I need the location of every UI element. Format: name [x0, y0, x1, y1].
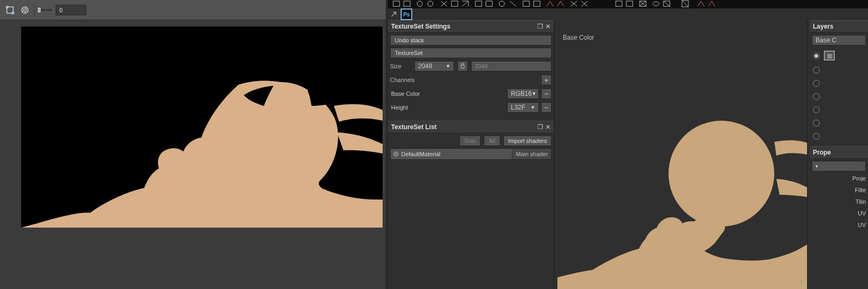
undo-stack-button[interactable]: Undo stack — [390, 35, 552, 46]
channel-format-select[interactable]: L32F ▼ — [507, 102, 539, 113]
all-button[interactable]: All — [484, 136, 500, 146]
size-select[interactable]: 2048 ▼ — [414, 61, 454, 71]
straighten-slider[interactable] — [38, 9, 52, 11]
channel-name: Base Color — [390, 91, 505, 97]
secondary-bar: Ps — [388, 8, 868, 20]
svg-rect-13 — [523, 1, 529, 6]
layer-radio-5[interactable] — [813, 106, 820, 113]
size-linked-input[interactable] — [471, 61, 552, 71]
layers-panel-header[interactable]: Layers — [810, 20, 868, 33]
channel-name: Height — [390, 104, 505, 111]
property-row: UV — [812, 220, 866, 230]
import-shaders-button[interactable]: Import shaders — [503, 136, 552, 146]
chevron-down-icon: ▼ — [530, 105, 535, 110]
photoshop-window — [0, 0, 386, 289]
svg-rect-16 — [626, 1, 633, 6]
substance-window: Ps TextureSet Settings ❐ ✕ Undo stack Te… — [388, 0, 868, 289]
channel-format-select[interactable]: RGB16 ▼ — [507, 88, 539, 99]
channel-row: Height L32F ▼ − — [390, 102, 552, 113]
svg-rect-19 — [461, 65, 464, 68]
layer-radio-4[interactable] — [813, 93, 820, 100]
layer-radio-2[interactable] — [813, 67, 820, 74]
slider-value-input[interactable] — [56, 5, 86, 15]
svg-rect-15 — [616, 1, 622, 6]
panel-title: TextureSet Settings — [391, 23, 450, 30]
undock-icon[interactable]: ❐ — [537, 23, 543, 30]
panel-header[interactable]: TextureSet List ❐ ✕ — [388, 121, 554, 133]
left-canvas-area — [0, 20, 386, 289]
crop-icon[interactable] — [4, 4, 16, 16]
layers-properties-column: Layers Base C ▥ Prope ▾ Proje — [810, 20, 868, 289]
layer-radio-7[interactable] — [813, 133, 820, 140]
add-channel-button[interactable]: + — [541, 75, 552, 85]
photoshop-logo-icon[interactable]: Ps — [401, 8, 412, 20]
textureset-list-panel: TextureSet List ❐ ✕ Solo All Import shad… — [388, 121, 554, 163]
channels-header: Channels + — [390, 74, 552, 86]
material-shader[interactable]: Main shader — [512, 149, 551, 159]
channel-row: Base Color RGB16 ▼ − — [390, 88, 552, 100]
svg-point-20 — [669, 121, 775, 227]
viewport-2d[interactable] — [557, 20, 807, 289]
popout-icon[interactable] — [390, 11, 397, 18]
properties-dropdown[interactable]: ▾ — [812, 161, 866, 171]
svg-rect-6 — [404, 1, 410, 6]
property-row: UV — [812, 209, 866, 218]
svg-rect-9 — [451, 1, 458, 6]
svg-point-8 — [428, 1, 433, 6]
layer-mode-radios: ▥ — [810, 48, 868, 143]
close-icon[interactable]: ✕ — [545, 23, 551, 30]
slider-thumb[interactable] — [37, 7, 41, 13]
toolbar-icons-strip[interactable] — [388, 0, 868, 8]
material-row[interactable]: DefaultMaterial Main shader — [390, 148, 552, 160]
solo-button[interactable]: Solo — [459, 136, 481, 146]
textureset-button[interactable]: TextureSet — [390, 48, 552, 58]
layer-radio-3[interactable] — [813, 80, 820, 87]
channels-label: Channels — [390, 77, 414, 83]
svg-rect-11 — [486, 1, 492, 6]
property-row: Tilin — [812, 197, 866, 206]
aperture-icon[interactable] — [19, 4, 31, 16]
properties-panel-header[interactable]: Prope — [810, 146, 868, 159]
close-icon[interactable]: ✕ — [545, 123, 551, 131]
svg-rect-10 — [475, 1, 482, 6]
panel-header[interactable]: TextureSet Settings ❐ ✕ — [388, 20, 554, 33]
size-label: Size — [390, 63, 411, 69]
panel-title: TextureSet List — [391, 123, 437, 131]
layer-type-icon[interactable]: ▥ — [824, 51, 835, 60]
remove-channel-button[interactable]: − — [541, 88, 552, 99]
left-toolbar — [0, 0, 386, 20]
link-size-button[interactable] — [457, 61, 468, 71]
layer-radio-6[interactable] — [813, 120, 820, 127]
blend-mode-select[interactable]: Base C — [812, 35, 866, 46]
left-canvas[interactable] — [21, 26, 383, 228]
ts-list-toolbar: Solo All Import shaders — [388, 133, 554, 148]
svg-rect-14 — [534, 1, 540, 6]
remove-channel-button[interactable]: − — [541, 102, 552, 113]
axis-y-label: Y — [798, 278, 803, 286]
viewport-column: Base Color Y — [557, 20, 808, 289]
panels-column: TextureSet Settings ❐ ✕ Undo stack Textu… — [388, 20, 554, 289]
chevron-down-icon: ▼ — [446, 64, 450, 69]
layer-radio-1[interactable] — [813, 52, 820, 59]
properties-body: ▾ Proje Filte Tilin UV UV — [810, 159, 868, 232]
material-visibility-toggle[interactable] — [391, 151, 401, 157]
top-toolbar — [388, 0, 868, 8]
undock-icon[interactable]: ❐ — [537, 123, 543, 131]
property-row: Filte — [812, 185, 866, 195]
svg-point-12 — [499, 1, 504, 6]
material-name: DefaultMaterial — [401, 151, 512, 157]
viewport-channel-label: Base Color — [563, 34, 594, 41]
property-row: Proje — [812, 174, 866, 183]
textureset-settings-panel: TextureSet Settings ❐ ✕ Undo stack Textu… — [388, 20, 554, 118]
divider — [34, 4, 34, 16]
chevron-down-icon: ▼ — [532, 91, 536, 96]
svg-rect-5 — [393, 1, 400, 6]
svg-point-7 — [417, 1, 422, 6]
chevron-down-icon: ▾ — [816, 164, 818, 169]
size-row: Size 2048 ▼ — [390, 60, 552, 72]
